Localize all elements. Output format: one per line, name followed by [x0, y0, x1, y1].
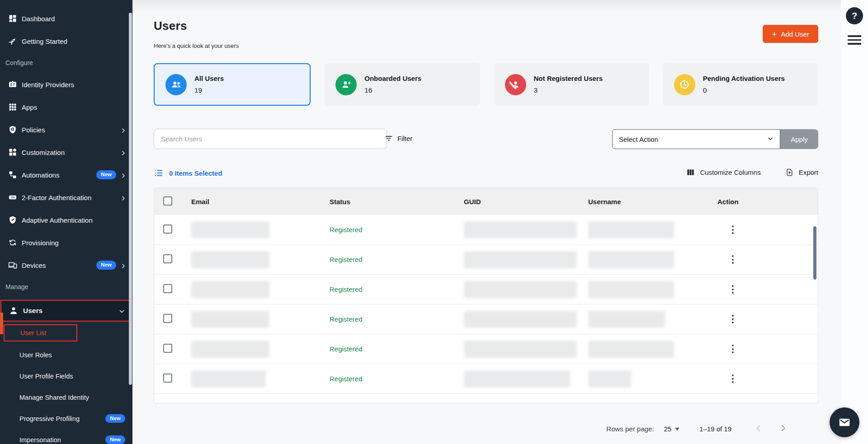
sidebar-item-progressive-profiling[interactable]: Progressive Profiling New — [0, 408, 132, 429]
sidebar-section-manage: Manage — [0, 276, 132, 297]
column-header-username: Username — [579, 198, 708, 206]
row-actions-menu[interactable] — [732, 285, 734, 294]
customization-icon — [8, 147, 18, 157]
row-checkbox[interactable] — [163, 314, 172, 323]
sidebar-item-2fa[interactable]: 123 2-Factor Authentication — [0, 186, 132, 209]
sidebar-item-dashboard[interactable]: Dashboard — [0, 7, 132, 30]
row-actions-menu[interactable] — [732, 255, 734, 264]
card-label: All Users — [194, 75, 224, 82]
rows-per-page-label: Rows per page: — [606, 425, 654, 433]
next-page-button[interactable] — [778, 424, 788, 434]
hamburger-menu-icon[interactable] — [848, 35, 861, 47]
row-actions-menu[interactable] — [732, 345, 734, 353]
redacted-username — [588, 311, 665, 328]
redacted-email — [191, 341, 269, 358]
card-pending-activation-users[interactable]: Pending Activation Users 0 — [663, 63, 818, 106]
rows-per-page-select[interactable]: 25 — [664, 425, 679, 433]
card-value: 16 — [364, 86, 421, 94]
card-value: 3 — [534, 86, 603, 94]
redacted-username — [588, 251, 674, 268]
column-header-email: Email — [182, 198, 321, 206]
select-all-checkbox[interactable] — [163, 196, 172, 206]
row-checkbox[interactable] — [163, 344, 172, 353]
active-item-indicator — [0, 313, 3, 334]
card-label: Not Registered Users — [534, 75, 603, 82]
new-badge: New — [105, 414, 125, 423]
sidebar-item-policies[interactable]: Policies — [0, 118, 132, 141]
chevron-right-icon — [121, 127, 126, 132]
apply-button[interactable]: Apply — [780, 129, 818, 149]
users-table: Email Status GUID Username Action Regist… — [154, 187, 818, 403]
sidebar-item-getting-started[interactable]: Getting Started — [0, 30, 132, 52]
apps-grid-icon — [8, 102, 18, 112]
table-row: Registered — [154, 215, 818, 245]
sidebar-item-automations[interactable]: Automations New — [0, 164, 132, 186]
sidebar-item-devices[interactable]: Devices New — [0, 254, 132, 276]
sidebar-item-apps[interactable]: Apps — [0, 96, 132, 118]
table-scrollbar[interactable] — [813, 226, 816, 280]
status-registered: Registered — [321, 315, 455, 323]
previous-page-button[interactable] — [754, 424, 763, 434]
row-checkbox[interactable] — [163, 224, 172, 234]
person-icon — [9, 306, 19, 316]
sidebar-item-label: Getting Started — [22, 37, 67, 45]
row-actions-menu[interactable] — [732, 315, 734, 323]
filter-label: Filter — [397, 135, 412, 142]
redacted-email — [191, 251, 269, 268]
card-onboarded-users[interactable]: Onboarded Users 16 — [325, 63, 480, 106]
table-row: Registered — [154, 245, 818, 275]
stat-cards: All Users 19 Onboarded Users 16 Not Regi… — [154, 63, 818, 106]
redacted-guid — [464, 370, 570, 388]
sidebar-item-label: Identity Providers — [22, 81, 74, 89]
select-action-dropdown[interactable]: Select Action — [612, 129, 780, 149]
sidebar-item-impersonation[interactable]: Impersonation New — [0, 429, 132, 444]
card-not-registered-users[interactable]: Not Registered Users 3 — [494, 63, 649, 106]
items-selected-label: 0 Items Selected — [169, 169, 222, 177]
sidebar-item-adaptive-authentication[interactable]: Adaptive Authentication — [0, 209, 132, 231]
add-user-button[interactable]: + Add User — [763, 25, 818, 43]
redacted-guid — [464, 311, 577, 328]
sidebar-item-label: Automations — [22, 171, 59, 179]
redacted-email — [191, 311, 269, 328]
items-selected[interactable]: 0 Items Selected — [154, 168, 222, 178]
row-actions-menu[interactable] — [732, 225, 734, 234]
help-button[interactable]: ? — [846, 7, 863, 24]
sidebar-item-user-list[interactable]: User List — [4, 324, 77, 341]
search-input[interactable] — [154, 129, 387, 149]
column-header-guid: GUID — [455, 198, 579, 206]
column-header-action: Action — [708, 198, 818, 206]
card-label: Pending Activation Users — [703, 75, 785, 82]
sidebar-item-customization[interactable]: Customization — [0, 141, 132, 164]
card-label: Onboarded Users — [364, 75, 421, 82]
sidebar-item-label: Impersonation — [19, 436, 61, 444]
row-checkbox[interactable] — [163, 284, 172, 293]
dashboard-icon — [8, 14, 18, 23]
filter-button[interactable]: Filter — [384, 134, 412, 143]
row-checkbox[interactable] — [163, 374, 172, 383]
sidebar-item-user-roles[interactable]: User Roles — [0, 344, 132, 365]
sidebar-item-user-profile-fields[interactable]: User Profile Fields — [0, 365, 132, 387]
status-registered: Registered — [321, 345, 455, 353]
sidebar-item-label: Users — [23, 307, 42, 315]
sidebar-item-provisioning[interactable]: Provisioning — [0, 231, 132, 254]
chevron-right-icon — [121, 262, 126, 268]
export-button[interactable]: Export — [785, 168, 818, 177]
row-checkbox[interactable] — [163, 254, 172, 263]
sidebar-item-identity-providers[interactable]: Identity Providers — [0, 73, 132, 96]
column-header-status: Status — [321, 198, 455, 206]
customize-columns-button[interactable]: Customize Columns — [686, 168, 760, 177]
sidebar-item-label: Policies — [22, 126, 45, 134]
sidebar-item-manage-shared-identity[interactable]: Manage Shared Identity — [0, 387, 132, 408]
row-actions-menu[interactable] — [732, 374, 734, 383]
sidebar-item-label: Adaptive Authentication — [22, 216, 93, 224]
sidebar-item-label: Provisioning — [22, 239, 59, 247]
sidebar-item-label: User Roles — [19, 351, 52, 359]
support-chat-button[interactable] — [830, 407, 859, 437]
sidebar-scrollbar[interactable] — [129, 13, 132, 385]
status-registered: Registered — [321, 226, 455, 234]
export-label: Export — [799, 168, 818, 176]
id-card-icon — [8, 79, 18, 89]
sidebar-item-users[interactable]: Users — [0, 300, 132, 322]
page-subtitle: Here's a quick look at your users — [154, 42, 239, 49]
card-all-users[interactable]: All Users 19 — [154, 63, 311, 106]
